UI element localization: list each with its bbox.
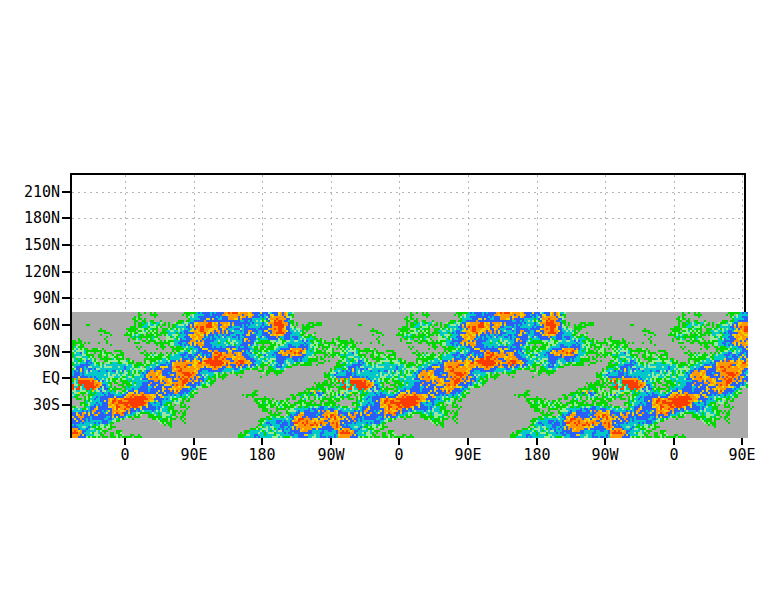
y-axis-tick-label: 210N [0, 184, 60, 200]
x-axis-tick [330, 438, 332, 445]
y-axis-tick [62, 217, 70, 219]
y-axis-tick [62, 271, 70, 273]
y-axis-tick [62, 244, 70, 246]
data-field-canvas [72, 312, 748, 438]
y-axis-tick-label: 30S [0, 397, 60, 413]
y-axis-tick [62, 404, 70, 406]
x-axis-tick-label: 180 [507, 447, 567, 463]
x-axis-tick [673, 438, 675, 445]
y-axis-tick-label: EQ [0, 370, 60, 386]
x-axis-tick-label: 0 [369, 447, 429, 463]
x-axis-tick-label: 180 [232, 447, 292, 463]
x-axis-tick-label: 90W [575, 447, 635, 463]
y-axis-tick-label: 30N [0, 344, 60, 360]
x-axis-tick [741, 438, 743, 445]
y-axis-tick [62, 191, 70, 193]
x-axis-tick [124, 438, 126, 445]
y-axis-tick-label: 90N [0, 290, 60, 306]
x-axis-tick [261, 438, 263, 445]
y-axis-tick-label: 150N [0, 237, 60, 253]
x-axis-tick-label: 90W [301, 447, 361, 463]
y-axis-tick [62, 377, 70, 379]
y-axis-tick [62, 324, 70, 326]
x-axis-tick [467, 438, 469, 445]
y-axis-tick-label: 180N [0, 210, 60, 226]
y-axis-tick [62, 351, 70, 353]
x-axis-tick [193, 438, 195, 445]
y-axis-tick-label: 60N [0, 317, 60, 333]
x-axis-tick-label: 90E [712, 447, 772, 463]
grads-map-plot: 210N180N150N120N90N60N30NEQ30S090E18090W… [0, 0, 784, 612]
x-axis-tick [398, 438, 400, 445]
x-axis-tick-label: 90E [438, 447, 498, 463]
x-axis-tick-label: 0 [95, 447, 155, 463]
y-axis-tick [62, 297, 70, 299]
y-axis-tick-label: 120N [0, 264, 60, 280]
x-axis-tick [536, 438, 538, 445]
x-axis-tick-label: 90E [164, 447, 224, 463]
x-axis-tick [604, 438, 606, 445]
x-axis-tick-label: 0 [644, 447, 704, 463]
